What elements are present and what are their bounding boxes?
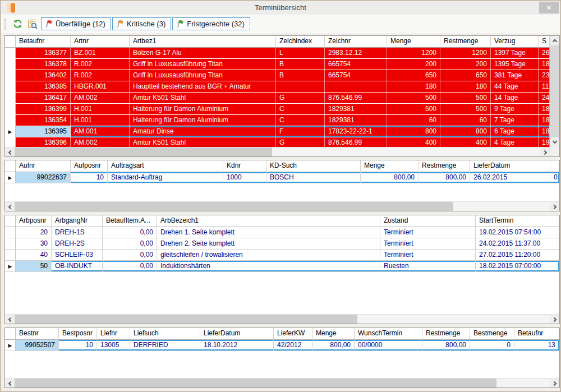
grid-cell[interactable]: 0,00 (103, 261, 157, 271)
grid-cell[interactable]: 50 (16, 261, 52, 271)
grid-cell[interactable]: 400 (440, 137, 491, 147)
grid-cell[interactable]: 136377 (16, 48, 71, 58)
column-header-aufnr[interactable]: Aufnr (16, 160, 71, 172)
grid-cell[interactable]: 18 (539, 104, 550, 114)
column-header-menge[interactable]: Menge (312, 328, 355, 340)
grid-cell[interactable]: 136378 (16, 59, 71, 70)
grid-cell[interactable]: Hauptteil bestehend aus BGR + Amatur (130, 81, 276, 92)
grid-cell[interactable]: Halterung für Damon Aluminium (130, 104, 276, 114)
grid-cell[interactable]: Terminiert (380, 238, 476, 249)
column-header-liefsuch[interactable]: Liefsuch (130, 328, 200, 340)
column-header-artnr[interactable]: Artnr (71, 36, 130, 48)
column-header-bestnr[interactable]: Bestnr (16, 328, 59, 340)
grid-cell[interactable]: H.001 (71, 104, 130, 114)
grid-cell[interactable]: DERFRIED (130, 340, 200, 351)
grid-cell[interactable]: 44 Tage (491, 81, 539, 92)
grid-cell[interactable]: Amtur K501 Stahl (130, 137, 276, 147)
grid-cell[interactable]: 23 (539, 70, 550, 81)
grid-cell[interactable]: Terminiert (380, 250, 476, 260)
horizontal-scrollbar[interactable] (5, 201, 559, 211)
scroll-left-button[interactable] (5, 379, 15, 388)
grid-cell[interactable]: BOSCH (266, 172, 361, 183)
grid-cell[interactable]: 136402 (16, 70, 71, 81)
grid-cell[interactable]: 2983.12.12 (325, 48, 387, 58)
column-header-betaufnr[interactable]: Betaufnr (514, 328, 559, 340)
scroll-up-button[interactable] (550, 36, 559, 45)
grid-cell[interactable]: HBGR.001 (71, 81, 130, 92)
grid-cell[interactable]: 19 (539, 137, 550, 147)
grid-cell[interactable]: 6 Tage (491, 126, 539, 137)
grid-cell[interactable]: 381 Tage (491, 70, 539, 81)
grid-cell[interactable]: OB-INDUKT (52, 261, 103, 271)
grid-cell[interactable]: 500 (440, 104, 491, 114)
column-header-betaufitem-a[interactable]: BetaufItem.A... (103, 215, 157, 227)
grid-cell[interactable]: 1200 (387, 48, 440, 58)
column-header-betaufnr[interactable]: Betaufnr (16, 36, 71, 48)
grid-cell[interactable]: Induktionshärten (157, 261, 380, 271)
toolbar-grip-handle[interactable] (4, 19, 7, 30)
grid-cell[interactable]: 00/0000 (355, 340, 422, 351)
grid-cell[interactable]: 400 (387, 137, 440, 147)
grid-cell[interactable]: AM.002 (71, 137, 130, 147)
grid-cell[interactable]: 1395 Tage (491, 59, 539, 70)
column-header-s[interactable]: S (539, 36, 550, 48)
grid-cell[interactable]: 650 (387, 70, 440, 81)
table-row[interactable]: 20DREH-1S0,00Drehen 1. Seite komplettTer… (5, 227, 559, 238)
grid-cell[interactable]: 26.02.2015 (470, 172, 550, 183)
grid-cell[interactable]: 136385 (16, 81, 71, 92)
grid-cell[interactable]: 1000 (223, 172, 266, 183)
column-header-blank[interactable] (550, 160, 559, 172)
grid-cell[interactable]: gleitschleifen / trowalisieren (157, 250, 380, 260)
grid-cell[interactable]: 1829381 (325, 104, 387, 114)
column-header-zeichindex[interactable]: Zeichindex (276, 36, 325, 48)
horizontal-scrollbar[interactable] (5, 147, 550, 156)
grid-cell[interactable] (325, 81, 387, 92)
scrollbar-thumb[interactable] (15, 202, 453, 211)
grid-cell[interactable]: 99052507 (16, 340, 59, 351)
column-header-zustand[interactable]: Zustand (380, 215, 476, 227)
grid-cell[interactable]: DREH-2S (52, 238, 103, 249)
scrollbar-thumb[interactable] (15, 315, 357, 324)
table-row[interactable]: 136354H.001Halterung für Damon Aluminium… (5, 115, 550, 126)
grid-cell[interactable]: G (276, 93, 325, 103)
grid-cell[interactable]: C (276, 104, 325, 114)
grid-cell[interactable]: 200 (387, 59, 440, 70)
scroll-left-button[interactable] (5, 315, 15, 324)
grid-cell[interactable]: 136396 (16, 137, 71, 147)
grid-cell[interactable]: 26 (539, 48, 550, 58)
grid-cell[interactable]: H.001 (71, 115, 130, 126)
table-row[interactable]: 136385HBGR.001Hauptteil bestehend aus BG… (5, 81, 550, 93)
scroll-right-button[interactable] (540, 147, 550, 157)
grid-cell[interactable]: 136417 (16, 93, 71, 103)
table-row[interactable]: 136377BZ.001Bolzen G-17 AluL2983.12.1212… (5, 48, 550, 59)
column-header-wunschtermin[interactable]: WunschTermin (355, 328, 422, 340)
scrollbar-thumb[interactable] (550, 45, 559, 137)
grid-cell[interactable]: Bolzen G-17 Alu (130, 48, 276, 58)
grid-cell[interactable]: F (276, 126, 325, 137)
scroll-down-button[interactable] (550, 137, 559, 147)
grid-cell[interactable]: R.002 (71, 70, 130, 81)
grid-cell[interactable]: 200 (440, 59, 491, 70)
column-header-arbbezeich1[interactable]: ArbBezeich1 (157, 215, 380, 227)
table-row[interactable]: ▶990525071013005DERFRIED18.10.201242/201… (5, 340, 559, 351)
grid-cell[interactable]: 500 (440, 93, 491, 103)
column-header-kdnr[interactable]: Kdnr (223, 160, 266, 172)
column-header-lieferdatum[interactable]: LieferDatum (470, 160, 550, 172)
grid-cell[interactable]: Drehen 2. Seite komplett (157, 238, 380, 249)
table-row[interactable]: 136396AM.002Amtur K501 StahlG876.546.994… (5, 137, 550, 147)
grid-cell[interactable]: 1397 Tage (491, 48, 539, 58)
grid-cell[interactable]: 0 (470, 340, 514, 351)
table-row[interactable]: 136417AM.002Amtur K501 StahlG876.546.995… (5, 93, 550, 104)
column-header-arbgangnr[interactable]: ArbgangNr (52, 215, 103, 227)
grid-cell[interactable]: G (276, 137, 325, 147)
grid-cell[interactable]: 665754 (325, 70, 387, 81)
lookup-button[interactable] (26, 17, 39, 31)
grid-cell[interactable]: 0,00 (103, 227, 157, 238)
grid-cell[interactable]: 500 (387, 93, 440, 103)
grid-cell[interactable]: 180 (440, 81, 491, 92)
vertical-scrollbar[interactable] (550, 36, 559, 156)
grid-cell[interactable]: 13 (514, 340, 559, 351)
column-header-restmenge[interactable]: Restmenge (419, 160, 470, 172)
refresh-button[interactable] (11, 17, 24, 31)
scroll-right-button[interactable] (550, 202, 559, 211)
